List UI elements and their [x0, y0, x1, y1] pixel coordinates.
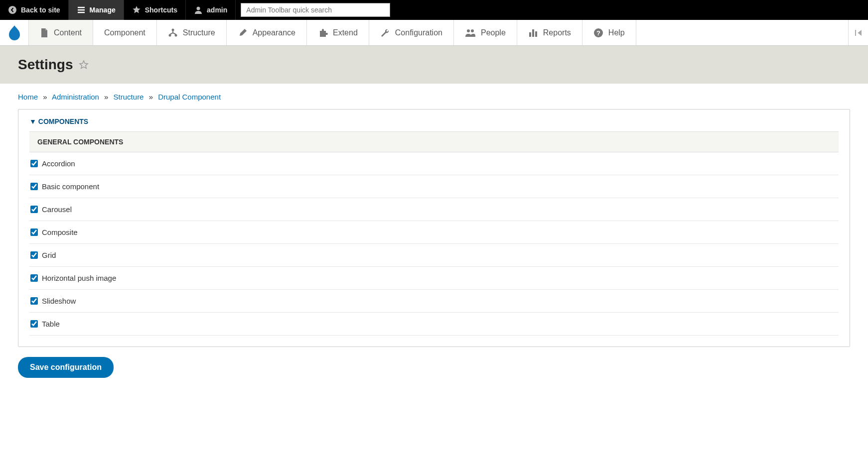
component-label: Basic component [42, 182, 99, 191]
svg-text:?: ? [596, 29, 600, 37]
component-row: Horizontal push image [29, 267, 839, 290]
hamburger-icon [77, 5, 86, 14]
component-row: Basic component [29, 175, 839, 198]
fieldset-toggle[interactable]: ▼ COMPONENTS [18, 110, 850, 131]
breadcrumb: Home » Administration » Structure » Drup… [18, 93, 850, 101]
document-icon [40, 28, 49, 38]
help-icon: ? [593, 28, 603, 38]
page-body: Home » Administration » Structure » Drup… [0, 84, 868, 396]
breadcrumb-administration[interactable]: Administration [52, 93, 99, 101]
breadcrumb-home[interactable]: Home [18, 93, 38, 101]
component-label: Carousel [42, 205, 72, 214]
component-row: Table [29, 313, 839, 336]
fieldset-body: GENERAL COMPONENTS AccordionBasic compon… [18, 131, 850, 346]
menu-content[interactable]: Content [29, 20, 93, 45]
fieldset-title: COMPONENTS [38, 117, 88, 125]
component-checkbox[interactable] [30, 228, 38, 236]
menu-label: Content [54, 28, 82, 37]
page-title-text: Settings [18, 57, 73, 73]
svg-point-4 [174, 34, 177, 36]
user-tab[interactable]: admin [186, 0, 236, 20]
shortcuts-tab[interactable]: Shortcuts [124, 0, 186, 20]
component-checkbox[interactable] [30, 297, 38, 305]
menu-reports[interactable]: Reports [517, 20, 582, 45]
component-label: Horizontal push image [42, 274, 116, 282]
components-list: AccordionBasic componentCarouselComposit… [29, 152, 839, 336]
svg-point-6 [471, 29, 474, 32]
menu-label: Component [104, 28, 145, 37]
shortcuts-label: Shortcuts [145, 6, 177, 14]
svg-rect-8 [532, 29, 534, 37]
menu-label: Configuration [395, 28, 442, 37]
menu-structure[interactable]: Structure [157, 20, 227, 45]
breadcrumb-structure[interactable]: Structure [114, 93, 144, 101]
svg-rect-9 [535, 31, 537, 37]
menu-label: Extend [333, 28, 358, 37]
menu-extend[interactable]: Extend [307, 20, 369, 45]
toolbar-search-input[interactable] [241, 3, 390, 17]
components-fieldset: ▼ COMPONENTS GENERAL COMPONENTS Accordio… [18, 109, 850, 347]
triangle-down-icon: ▼ [29, 117, 36, 125]
menu-label: Help [608, 28, 625, 37]
paintbrush-icon [238, 28, 248, 38]
chevron-left-circle-icon [8, 5, 17, 14]
user-label: admin [207, 6, 227, 14]
menu-label: Reports [543, 28, 571, 37]
page-header: Settings [0, 46, 868, 84]
star-outline-icon[interactable] [79, 60, 89, 70]
toolbar-search-wrap [236, 0, 395, 20]
svg-point-5 [467, 29, 470, 32]
star-icon [132, 5, 141, 14]
top-toolbar: Back to site Manage Shortcuts admin [0, 0, 868, 20]
user-icon [194, 5, 203, 14]
breadcrumb-sep: » [40, 93, 50, 101]
drupal-logo[interactable] [0, 20, 29, 45]
svg-rect-7 [529, 32, 531, 37]
menu-people[interactable]: People [454, 20, 517, 45]
manage-label: Manage [90, 6, 116, 14]
component-row: Composite [29, 221, 839, 244]
breadcrumb-sep: » [101, 93, 111, 101]
people-icon [465, 28, 476, 37]
collapse-left-icon [854, 28, 863, 37]
component-label: Accordion [42, 159, 75, 168]
menu-component[interactable]: Component [93, 20, 157, 45]
breadcrumb-sep: » [146, 93, 156, 101]
menu-label: People [481, 28, 506, 37]
svg-point-2 [171, 28, 174, 31]
component-row: Carousel [29, 198, 839, 221]
menu-help[interactable]: ? Help [582, 20, 636, 45]
page-title: Settings [18, 57, 850, 73]
manage-tab[interactable]: Manage [69, 0, 124, 20]
menu-label: Appearance [253, 28, 295, 37]
hierarchy-icon [168, 28, 178, 37]
back-to-site-link[interactable]: Back to site [0, 0, 69, 20]
svg-point-1 [197, 7, 200, 10]
component-checkbox[interactable] [30, 160, 38, 167]
menu-label: Structure [183, 28, 215, 37]
section-header: GENERAL COMPONENTS [29, 131, 839, 152]
menu-configuration[interactable]: Configuration [369, 20, 454, 45]
component-row: Accordion [29, 152, 839, 175]
component-checkbox[interactable] [30, 251, 38, 259]
component-label: Composite [42, 228, 78, 236]
wrench-icon [380, 28, 390, 38]
puzzle-icon [318, 28, 328, 38]
component-checkbox[interactable] [30, 274, 38, 282]
save-configuration-button[interactable]: Save configuration [18, 357, 114, 378]
component-checkbox[interactable] [30, 320, 38, 328]
menu-appearance[interactable]: Appearance [227, 20, 307, 45]
svg-point-0 [8, 6, 16, 14]
component-row: Grid [29, 244, 839, 267]
component-checkbox[interactable] [30, 183, 38, 190]
breadcrumb-drupal-component[interactable]: Drupal Component [158, 93, 221, 101]
component-label: Table [42, 320, 60, 328]
back-to-site-label: Back to site [21, 6, 60, 14]
component-label: Grid [42, 251, 56, 259]
admin-menu: Content Component Structure Appearance E… [0, 20, 868, 46]
collapse-toggle[interactable] [848, 20, 868, 45]
component-label: Slideshow [42, 297, 76, 305]
svg-point-3 [168, 34, 171, 36]
component-checkbox[interactable] [30, 206, 38, 213]
component-row: Slideshow [29, 290, 839, 313]
